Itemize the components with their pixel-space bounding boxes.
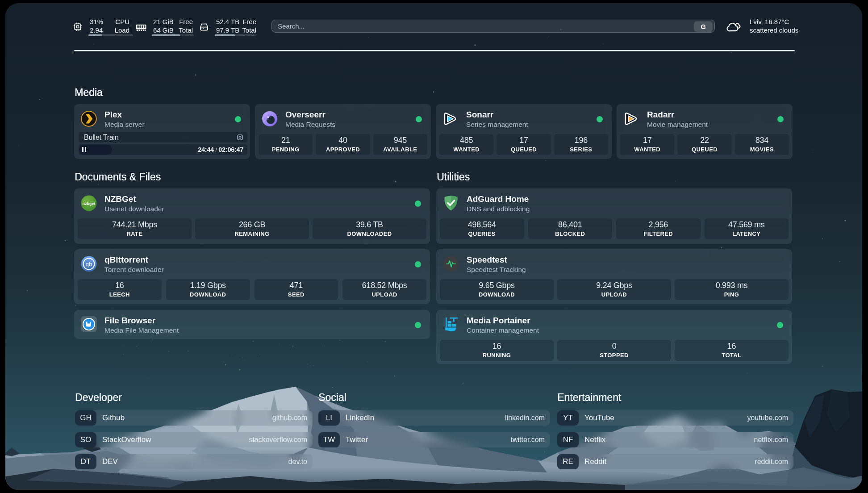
svg-text:nzbget: nzbget <box>83 201 96 206</box>
svg-text:qb: qb <box>85 261 92 267</box>
